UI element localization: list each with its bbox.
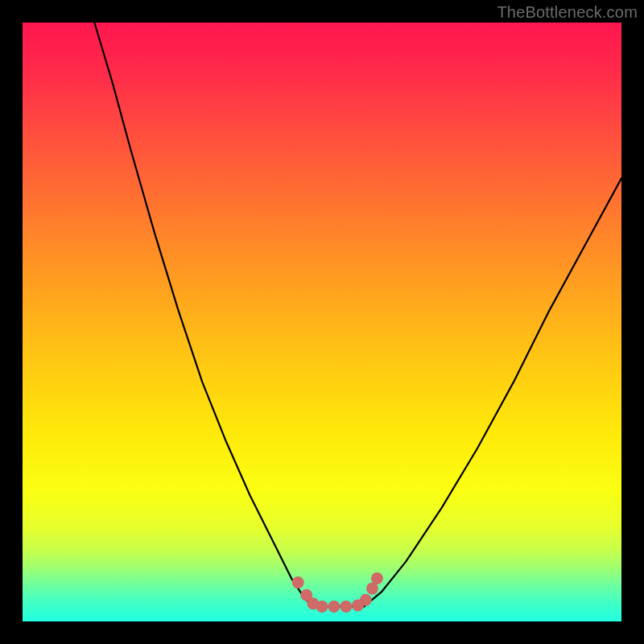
highlight-markers: [292, 572, 383, 613]
outer-frame: TheBottleneck.com: [0, 0, 644, 644]
plot-area: [23, 23, 621, 621]
series-right-curve: [364, 178, 621, 606]
chart-svg: [23, 23, 621, 621]
svg-point-9: [371, 572, 383, 584]
svg-point-7: [360, 594, 372, 606]
svg-point-5: [340, 601, 352, 613]
watermark-text: TheBottleneck.com: [497, 3, 638, 22]
series-left-curve: [94, 23, 313, 606]
svg-point-4: [328, 601, 340, 613]
svg-point-0: [292, 576, 304, 588]
svg-point-3: [316, 601, 328, 613]
